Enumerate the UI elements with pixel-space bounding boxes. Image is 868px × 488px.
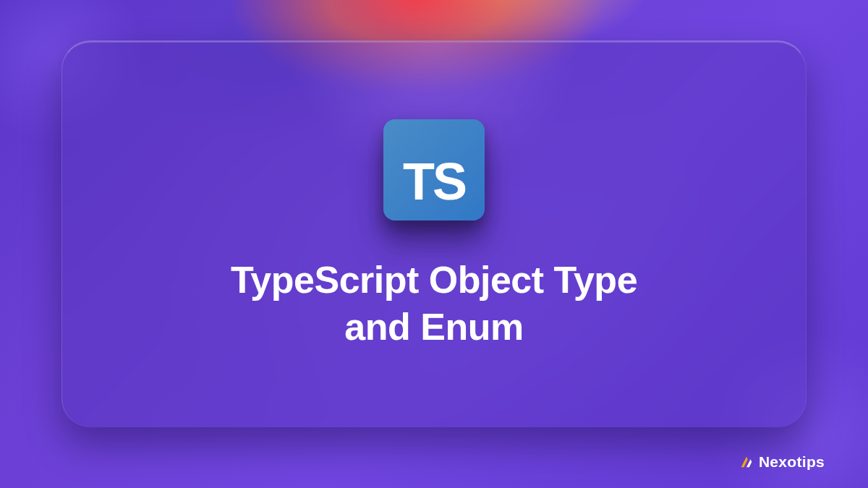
brand-name: Nexotips bbox=[759, 453, 825, 471]
typescript-logo: TS bbox=[383, 119, 485, 221]
nexotips-logo-icon bbox=[739, 454, 754, 470]
typescript-logo-text: TS bbox=[403, 155, 465, 207]
title-line-2: and Enum bbox=[344, 306, 523, 348]
page-title: TypeScript Object Type and Enum bbox=[231, 257, 637, 351]
content-card: TS TypeScript Object Type and Enum bbox=[61, 40, 807, 427]
brand-watermark: Nexotips bbox=[739, 453, 825, 471]
title-line-1: TypeScript Object Type bbox=[231, 259, 637, 301]
